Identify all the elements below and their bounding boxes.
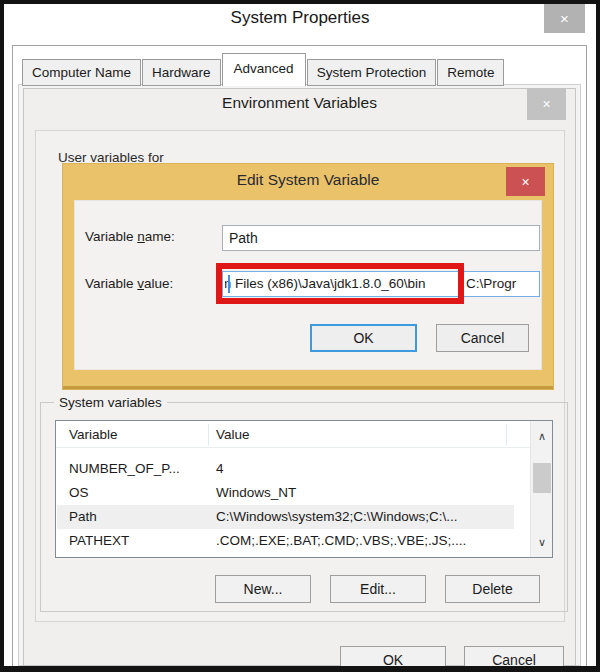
vertical-scrollbar[interactable]: ∧ ∨	[530, 421, 552, 557]
table-row[interactable]: OS Windows_NT	[57, 481, 514, 505]
label-text: Variable	[85, 276, 137, 291]
edit-system-variable-title: Edit System Variable	[62, 171, 554, 189]
cell-value: 4	[216, 457, 512, 481]
scroll-down-icon[interactable]: ∨	[531, 531, 553, 553]
column-separator[interactable]	[506, 424, 507, 445]
window-frame-bottom	[0, 666, 600, 672]
variable-name-input[interactable]: Path	[222, 225, 540, 251]
window-frame-left	[0, 0, 4, 672]
screen: System Properties × Computer Name Hardwa…	[0, 0, 600, 672]
scroll-up-icon[interactable]: ∧	[531, 425, 553, 447]
close-icon: ×	[521, 174, 529, 190]
column-header-variable[interactable]: Variable	[69, 421, 118, 448]
cell-value: .COM;.EXE;.BAT;.CMD;.VBS;.VBE;.JS;....	[216, 529, 512, 553]
table-row[interactable]: PATHEXT .COM;.EXE;.BAT;.CMD;.VBS;.VBE;.J…	[57, 529, 514, 553]
delete-button[interactable]: Delete	[445, 575, 540, 603]
column-separator[interactable]	[208, 424, 209, 445]
system-variables-group-label: System variables	[54, 395, 167, 410]
variable-value-text-after: C:\Progr	[466, 271, 539, 297]
window-frame-top	[0, 0, 600, 4]
variable-value-label: Variable value:	[85, 276, 173, 291]
label-text: ame:	[145, 229, 175, 244]
table-row-selected[interactable]: Path C:\Windows\system32;C:\Windows;C:\.…	[57, 505, 514, 529]
tab-computer-name[interactable]: Computer Name	[22, 59, 141, 86]
environment-variables-close-button[interactable]: ×	[527, 88, 566, 120]
close-icon: ×	[542, 96, 550, 112]
edit-button[interactable]: Edit...	[330, 575, 426, 603]
table-row[interactable]: NUMBER_OF_P... 4	[57, 457, 514, 481]
list-header: Variable Value	[56, 421, 531, 448]
cell-value: C:\Windows\system32;C:\Windows;C:\...	[216, 505, 512, 529]
edit-dialog-ok-button[interactable]: OK	[310, 324, 417, 352]
tab-system-protection[interactable]: System Protection	[307, 59, 437, 86]
tab-advanced[interactable]: Advanced	[222, 53, 306, 86]
new-button[interactable]: New...	[215, 575, 311, 603]
label-accesskey: n	[137, 229, 145, 244]
cell-value: Windows_NT	[216, 481, 512, 505]
tab-hardware[interactable]: Hardware	[142, 59, 221, 86]
value-text: m Files (x86)\Java\jdk1.8.0_60\bin	[225, 271, 426, 297]
close-icon: ×	[560, 10, 569, 27]
window-close-button[interactable]: ×	[544, 3, 585, 33]
system-variables-list: Variable Value NUMBER_OF_P... 4 OS Windo…	[55, 420, 553, 558]
window-frame-right	[596, 0, 600, 672]
tab-strip: Computer Name Hardware Advanced System P…	[22, 53, 505, 86]
variable-name-label: Variable name:	[85, 229, 175, 244]
tab-remote[interactable]: Remote	[437, 59, 504, 86]
column-header-value[interactable]: Value	[216, 421, 250, 448]
label-text: Variable	[85, 229, 137, 244]
cell-variable: OS	[69, 481, 209, 505]
cell-variable: NUMBER_OF_P...	[69, 457, 209, 481]
cell-variable: Path	[69, 505, 209, 529]
cell-variable: PATHEXT	[69, 529, 209, 553]
edit-dialog-cancel-button[interactable]: Cancel	[436, 324, 529, 352]
text-cursor	[228, 275, 230, 293]
variable-value-text-highlighted: m Files (x86)\Java\jdk1.8.0_60\bin	[225, 271, 458, 297]
user-variables-label-clipped: User variables for	[58, 150, 278, 162]
scrollbar-thumb[interactable]	[533, 463, 551, 493]
label-text: alue:	[144, 276, 173, 291]
environment-variables-title: Environment Variables	[23, 94, 576, 112]
window-title: System Properties	[0, 8, 600, 28]
edit-dialog-close-button[interactable]: ×	[506, 167, 545, 196]
